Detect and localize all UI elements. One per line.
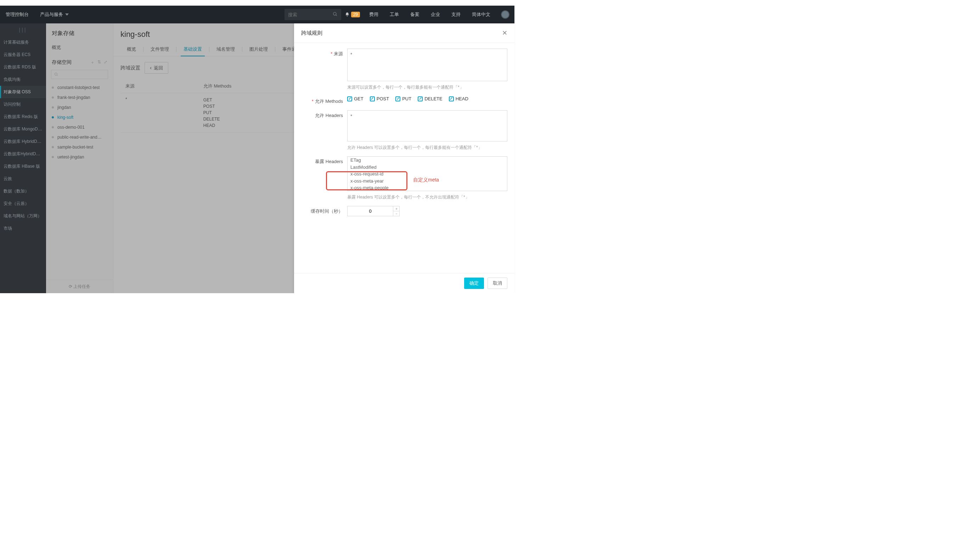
bell-icon bbox=[345, 12, 350, 17]
search-input[interactable] bbox=[288, 12, 333, 17]
number-stepper[interactable]: ＋ － bbox=[393, 206, 400, 216]
console-home-link[interactable]: 管理控制台 bbox=[0, 6, 34, 23]
step-down-icon[interactable]: － bbox=[393, 211, 399, 216]
cache-label: 缓存时间（秒） bbox=[301, 206, 347, 216]
method-label: POST bbox=[376, 96, 389, 102]
method-checkbox[interactable]: DELETE bbox=[418, 96, 443, 102]
header-link[interactable]: 企业 bbox=[425, 6, 446, 23]
search-icon[interactable] bbox=[333, 12, 338, 18]
svg-line-1 bbox=[335, 15, 337, 16]
cache-input[interactable] bbox=[347, 206, 393, 216]
global-header: 管理控制台 产品与服务 29 费用工单备案企业支持简体中文 bbox=[0, 6, 514, 23]
annotation-label: 自定义meta bbox=[413, 177, 439, 183]
source-input[interactable] bbox=[347, 49, 507, 81]
checkbox-icon bbox=[370, 97, 375, 102]
method-checkbox[interactable]: POST bbox=[370, 96, 389, 102]
header-link[interactable]: 支持 bbox=[446, 6, 466, 23]
modal-title: 跨域规则 bbox=[301, 30, 322, 36]
checkbox-icon bbox=[395, 97, 400, 102]
expose-headers-label: 暴露 Headers bbox=[301, 156, 347, 204]
checkbox-icon bbox=[347, 97, 352, 102]
cancel-button[interactable]: 取消 bbox=[488, 277, 507, 289]
source-label: 来源 bbox=[301, 49, 347, 94]
notifications[interactable]: 29 bbox=[341, 12, 363, 17]
header-link[interactable]: 简体中文 bbox=[466, 6, 496, 23]
allow-headers-hint: 允许 Headers 可以设置多个，每行一个，每行最多能有一个通配符「*」 bbox=[347, 144, 507, 151]
method-checkbox[interactable]: PUT bbox=[395, 96, 411, 102]
methods-label: 允许 Methods bbox=[301, 96, 347, 105]
step-up-icon[interactable]: ＋ bbox=[393, 206, 399, 211]
cors-rule-modal: 跨域规则 ✕ 来源 来源可以设置多个，每行一个，每行最多能有一个通配符「*」 允… bbox=[294, 23, 514, 293]
notification-count: 29 bbox=[351, 12, 360, 17]
avatar[interactable] bbox=[501, 10, 509, 19]
ok-button[interactable]: 确定 bbox=[464, 277, 484, 289]
method-label: PUT bbox=[402, 96, 411, 102]
console-home-label: 管理控制台 bbox=[6, 11, 29, 18]
allow-headers-label: 允许 Headers bbox=[301, 110, 347, 154]
browser-chrome bbox=[0, 0, 514, 6]
checkbox-icon bbox=[449, 97, 454, 102]
expose-headers-hint: 暴露 Headers 可以设置多个，每行一个，不允许出现通配符「*」 bbox=[347, 194, 507, 200]
global-search[interactable] bbox=[285, 9, 341, 20]
svg-point-0 bbox=[333, 12, 336, 15]
header-link[interactable]: 备案 bbox=[405, 6, 425, 23]
products-label: 产品与服务 bbox=[40, 11, 63, 18]
close-icon[interactable]: ✕ bbox=[502, 29, 507, 37]
method-label: GET bbox=[354, 96, 363, 102]
chevron-down-icon bbox=[65, 13, 69, 16]
checkbox-icon bbox=[418, 97, 423, 102]
header-link[interactable]: 工单 bbox=[384, 6, 405, 23]
method-label: HEAD bbox=[456, 96, 468, 102]
expose-headers-input[interactable] bbox=[347, 156, 507, 191]
allow-headers-input[interactable] bbox=[347, 110, 507, 141]
header-link[interactable]: 费用 bbox=[363, 6, 384, 23]
method-checkbox[interactable]: HEAD bbox=[449, 96, 468, 102]
method-checkbox[interactable]: GET bbox=[347, 96, 363, 102]
products-menu[interactable]: 产品与服务 bbox=[34, 6, 74, 23]
source-hint: 来源可以设置多个，每行一个，每行最多能有一个通配符「*」 bbox=[347, 84, 507, 90]
method-label: DELETE bbox=[424, 96, 443, 102]
